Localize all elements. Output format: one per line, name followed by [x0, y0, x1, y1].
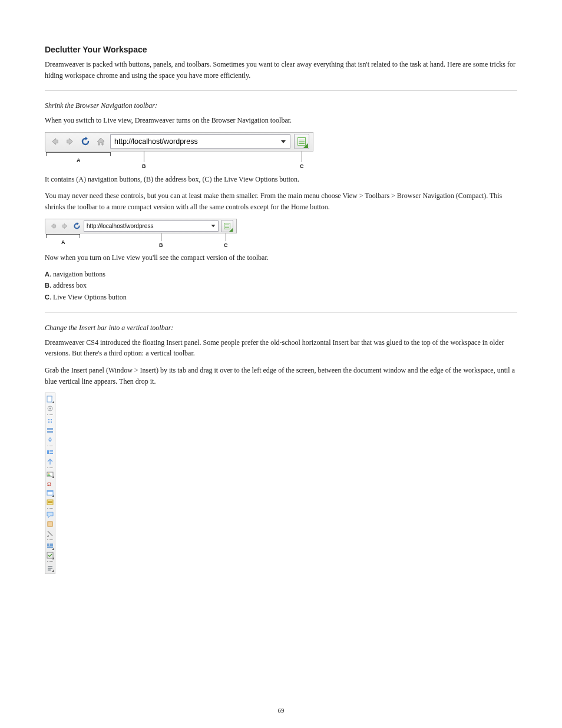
widget-button[interactable]: Ω [45, 479, 55, 488]
svg-rect-6 [47, 431, 53, 433]
live-view-options-button-large[interactable] [294, 134, 309, 149]
paragraph-browser-bar-3: Now when you turn on Live view you'll se… [45, 252, 517, 263]
address-box-compact[interactable]: http://localhost/wordpress [84, 220, 219, 232]
svg-rect-17 [48, 502, 52, 503]
subhead-insert-bar: Change the Insert bar into a vertical to… [45, 324, 517, 332]
insert-vertical-toolbar: Ω [45, 393, 55, 574]
svg-rect-14 [47, 490, 53, 492]
named-anchor-button[interactable] [45, 416, 55, 426]
page-number: 69 [0, 707, 562, 714]
paragraph-declutter: Dreamweaver is packed with buttons, pane… [45, 59, 517, 81]
head-button[interactable] [45, 519, 55, 529]
insert-div-icon [47, 449, 54, 456]
browser-toolbar-compact: http://localhost/wordpress [45, 219, 237, 233]
svg-rect-24 [48, 568, 52, 569]
horizontal-rule-icon [47, 427, 54, 434]
paragraph-insert-bar-2: Grab the Insert panel (Window > Insert) … [45, 365, 517, 387]
table-icon [47, 436, 54, 443]
insert-div-button[interactable] [45, 447, 55, 457]
forward-arrow-icon [66, 137, 74, 146]
email-link-button[interactable] [45, 404, 55, 413]
table-button[interactable] [45, 435, 55, 444]
address-value-compact: http://localhost/wordpress [87, 223, 153, 229]
figure-vertical-insert-toolbar: Ω [45, 393, 517, 574]
svg-rect-2 [47, 396, 52, 402]
svg-text:Ω: Ω [47, 481, 51, 487]
section-heading-declutter: Declutter Your Workspace [45, 45, 517, 54]
live-view-options-button-compact[interactable] [221, 220, 233, 232]
images-icon [47, 458, 54, 465]
more-button[interactable] [45, 563, 55, 572]
address-dropdown-icon[interactable] [211, 223, 216, 228]
dropdown-corner-icon [52, 557, 54, 559]
paragraph-browser-bar-2: You may never need these controls, but y… [45, 190, 517, 212]
svg-rect-19 [47, 543, 49, 546]
separator-2 [45, 312, 517, 313]
svg-rect-9 [49, 453, 53, 454]
tag-chooser-button[interactable] [45, 551, 55, 560]
dropdown-corner-icon [52, 401, 54, 403]
reload-button[interactable] [80, 136, 91, 147]
address-dropdown-icon[interactable] [280, 139, 286, 144]
callout-label-c-compact: C [224, 242, 228, 248]
hyperlink-button[interactable] [45, 394, 55, 404]
svg-rect-16 [48, 501, 52, 502]
callout-label-c-large: C [300, 163, 304, 169]
compact-reload-button[interactable] [72, 221, 81, 230]
dropdown-corner-icon [52, 548, 54, 550]
named-anchor-icon [47, 417, 54, 424]
callouts-compact: A B C [45, 233, 237, 248]
figure-browser-toolbar-large: http://localhost/wordpress A B C [45, 132, 517, 169]
svg-rect-8 [49, 450, 53, 452]
compact-forward-button[interactable] [60, 221, 70, 230]
dropdown-corner-icon [52, 476, 54, 478]
svg-rect-20 [50, 543, 53, 546]
head-icon [47, 521, 54, 528]
back-button[interactable] [49, 136, 61, 147]
subhead-browser-bar: Shrink the Browser Navigation toolbar: [45, 101, 517, 110]
dropdown-corner-icon [303, 143, 308, 148]
paragraph-insert-bar-1: Dreamweaver CS4 introduced the floating … [45, 337, 517, 359]
callout-label-a-large: A [77, 157, 81, 163]
dropdown-corner-icon [52, 569, 54, 572]
address-box-large[interactable]: http://localhost/wordpress [110, 134, 290, 149]
server-side-include-button[interactable] [45, 498, 55, 507]
paragraph-browser-bar-1: When you switch to Live view, Dreamweave… [45, 115, 517, 126]
dropdown-corner-icon [229, 228, 233, 232]
svg-marker-0 [85, 137, 88, 140]
media-button[interactable] [45, 469, 55, 479]
forward-button[interactable] [64, 136, 76, 147]
server-side-include-icon [47, 499, 54, 506]
caption-large-toolbar: It contains (A) navigation buttons, (B) … [45, 174, 517, 185]
figure-browser-toolbar-small: http://localhost/wordpress A B C [45, 219, 517, 248]
widget-icon: Ω [47, 480, 54, 487]
email-link-icon [47, 405, 54, 412]
reload-icon [73, 222, 81, 230]
svg-point-4 [49, 408, 51, 410]
browser-toolbar-large: http://localhost/wordpress [45, 132, 313, 151]
horizontal-rule-button[interactable] [45, 426, 55, 435]
callout-label-b-large: B [142, 163, 146, 169]
dropdown-corner-icon [52, 495, 54, 497]
svg-point-11 [48, 473, 49, 474]
reload-icon [81, 137, 90, 146]
callout-label-a-compact: A [61, 239, 65, 245]
compact-back-button[interactable] [48, 221, 58, 230]
home-button[interactable] [95, 136, 107, 147]
images-button[interactable] [45, 457, 55, 466]
templates-button[interactable] [45, 541, 55, 551]
back-arrow-icon [50, 223, 57, 229]
callouts-large: A B C [45, 151, 313, 169]
comment-button[interactable] [45, 510, 55, 519]
forward-arrow-icon [62, 223, 68, 229]
separator-1 [45, 90, 517, 91]
comment-icon [47, 511, 54, 518]
callout-legend: A. navigation buttons B. address box C. … [45, 269, 517, 303]
svg-rect-23 [48, 566, 52, 567]
svg-rect-7 [47, 450, 49, 454]
date-button[interactable] [45, 488, 55, 498]
home-icon [96, 137, 105, 146]
script-button[interactable] [45, 529, 55, 538]
address-value-large: http://localhost/wordpress [114, 137, 198, 146]
svg-rect-5 [47, 428, 53, 430]
